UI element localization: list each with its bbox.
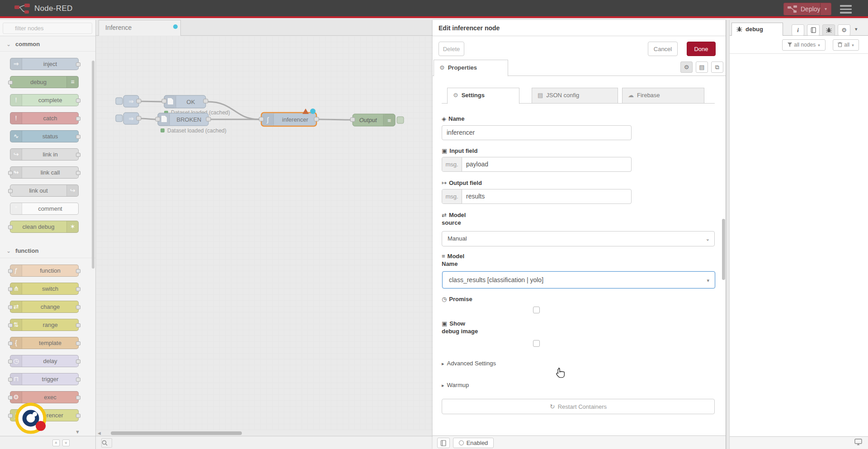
config-nodes-tab-button[interactable]: ⚙ xyxy=(838,24,850,36)
palette-scroll-down-icon[interactable]: ▼ xyxy=(75,429,80,435)
palette-expand-all-button[interactable]: « xyxy=(62,440,70,446)
palette-node-function[interactable]: ƒfunction xyxy=(10,265,79,277)
port[interactable] xyxy=(8,359,13,364)
port[interactable] xyxy=(156,117,160,121)
port[interactable] xyxy=(76,135,80,139)
palette-node-trigger[interactable]: ⊓trigger xyxy=(10,373,79,385)
msg-prefix[interactable]: msg. xyxy=(442,157,462,171)
port[interactable] xyxy=(203,99,208,103)
input-field-input[interactable]: msg. payload xyxy=(442,157,632,172)
palette-node-change[interactable]: ⇄change xyxy=(10,301,79,313)
port[interactable] xyxy=(8,80,13,85)
output-field-input[interactable]: msg. results xyxy=(442,189,632,204)
port[interactable] xyxy=(259,117,264,121)
palette-node-link-in[interactable]: ↪link in xyxy=(10,148,79,161)
main-menu-button[interactable] xyxy=(840,5,852,14)
port[interactable] xyxy=(76,171,80,175)
open-debug-window-button[interactable] xyxy=(852,439,864,448)
debug-clear-button[interactable]: all▾ xyxy=(833,39,859,51)
model-source-select[interactable]: Manual ⌄ xyxy=(442,231,715,246)
restart-containers-button[interactable]: ↻Restart Containers xyxy=(442,399,715,414)
palette-node-catch[interactable]: !catch xyxy=(10,112,79,124)
port[interactable] xyxy=(76,269,80,273)
palette-node-complete[interactable]: !complete xyxy=(10,94,79,106)
port[interactable] xyxy=(314,117,319,121)
name-input[interactable]: inferencer xyxy=(442,125,632,140)
port[interactable] xyxy=(8,305,13,309)
port[interactable] xyxy=(8,225,13,229)
scroll-left-arrow-icon[interactable]: ◀ xyxy=(98,431,101,435)
port[interactable] xyxy=(8,323,13,327)
inject-button[interactable] xyxy=(116,115,123,122)
palette-collapse-all-button[interactable]: » xyxy=(52,440,60,446)
tab-properties[interactable]: ⚙Properties xyxy=(434,60,508,76)
port[interactable] xyxy=(76,117,80,121)
info-tab-button[interactable]: i xyxy=(792,24,804,36)
palette-node-template[interactable]: {template xyxy=(10,337,79,349)
port[interactable] xyxy=(8,396,13,400)
tab-firebase[interactable]: ☁Firebase xyxy=(622,88,704,104)
port[interactable] xyxy=(76,62,80,66)
port[interactable] xyxy=(8,378,13,382)
port[interactable] xyxy=(137,116,141,120)
done-button[interactable]: Done xyxy=(687,42,716,56)
palette-node-debug[interactable]: ≡debug xyxy=(10,76,79,88)
port[interactable] xyxy=(76,287,80,291)
show-label-book-button[interactable] xyxy=(437,438,450,448)
deploy-options-chevron-icon[interactable]: ▾ xyxy=(820,3,831,15)
port[interactable] xyxy=(76,305,80,309)
advanced-settings-section[interactable]: ▸Advanced Settings xyxy=(442,360,496,367)
port[interactable] xyxy=(76,414,80,418)
debug-filter-button[interactable]: all nodes▾ xyxy=(782,39,826,51)
edit-properties-button[interactable]: ⚙ xyxy=(680,61,693,73)
tab-json-config[interactable]: ▤JSON config xyxy=(532,88,618,104)
port[interactable] xyxy=(76,359,80,364)
canvas-horizontal-scrollbar[interactable]: ◀ xyxy=(96,430,433,436)
port[interactable] xyxy=(8,341,13,345)
palette-category-function[interactable]: ⌄function xyxy=(0,243,96,258)
port[interactable] xyxy=(76,323,80,327)
debug-toggle-button[interactable] xyxy=(397,117,404,123)
delete-button[interactable]: Delete xyxy=(439,42,464,56)
palette-node-status[interactable]: ∿status xyxy=(10,130,79,142)
tab-settings[interactable]: ⚙Settings xyxy=(447,88,519,104)
inject-button[interactable] xyxy=(116,98,123,104)
palette-category-common[interactable]: ⌄common xyxy=(0,37,96,52)
port[interactable] xyxy=(137,99,141,103)
port[interactable] xyxy=(76,99,80,103)
sidebar-tab-debug[interactable]: debug xyxy=(731,23,783,36)
cancel-button[interactable]: Cancel xyxy=(648,42,678,56)
flow-canvas[interactable]: ⇒ OK Dataset loaded (cached) ⇒ xyxy=(96,36,433,430)
palette-node-comment[interactable]: “comment xyxy=(10,203,79,215)
description-button[interactable]: ▤ xyxy=(696,61,708,73)
port[interactable] xyxy=(206,117,211,121)
palette-node-link-call[interactable]: ↬link call xyxy=(10,166,79,179)
warmup-section[interactable]: ▸Warmup xyxy=(442,382,469,388)
port[interactable] xyxy=(350,118,355,122)
deploy-button[interactable]: Deploy ▾ xyxy=(783,3,831,15)
palette-filter-input[interactable]: filter nodes xyxy=(3,23,92,34)
port[interactable] xyxy=(8,171,13,175)
port[interactable] xyxy=(76,341,80,345)
port[interactable] xyxy=(8,287,13,291)
sidebar-options-chevron-icon[interactable]: ▾ xyxy=(855,26,858,32)
port[interactable] xyxy=(8,269,13,273)
tray-scrollbar[interactable] xyxy=(722,219,725,280)
port[interactable] xyxy=(8,414,13,418)
model-name-combobox[interactable]: class_results [classification | yolo] ▾ xyxy=(442,271,715,288)
help-tab-button[interactable] xyxy=(807,24,820,36)
palette-node-clean-debug[interactable]: ✶clean debug xyxy=(10,221,79,233)
debug-tab-button[interactable] xyxy=(822,24,835,36)
port[interactable] xyxy=(76,396,80,400)
promise-checkbox[interactable] xyxy=(533,307,540,313)
port[interactable] xyxy=(76,378,80,382)
show-debug-image-checkbox[interactable] xyxy=(533,340,540,347)
node-enabled-toggle[interactable]: Enabled xyxy=(453,438,494,448)
palette-node-switch[interactable]: ⋔switch xyxy=(10,283,79,295)
port[interactable] xyxy=(76,153,80,157)
palette-node-link-out[interactable]: ↪link out xyxy=(10,184,79,197)
port[interactable] xyxy=(8,189,13,193)
palette-node-delay[interactable]: ◷delay xyxy=(10,355,79,367)
node-ok[interactable]: OK xyxy=(162,95,208,108)
palette-node-range[interactable]: ⇅range xyxy=(10,319,79,331)
